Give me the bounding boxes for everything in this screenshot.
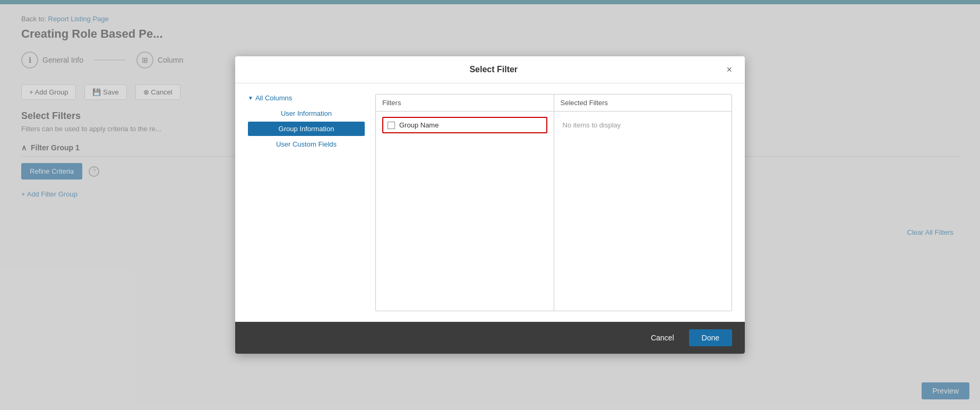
modal-done-button[interactable]: Done xyxy=(689,329,732,346)
no-items-text: No items to display xyxy=(561,117,726,133)
modal-overlay: Select Filter × ▼ All Columns User Infor… xyxy=(0,0,980,410)
select-filter-modal: Select Filter × ▼ All Columns User Infor… xyxy=(235,56,745,354)
filters-panels: Filters Group Name Selected Filters No i… xyxy=(375,94,732,311)
modal-header: Select Filter × xyxy=(235,56,745,83)
filter-label-group-name: Group Name xyxy=(399,121,439,129)
selected-filters-panel-header: Selected Filters xyxy=(554,95,732,112)
modal-cancel-button[interactable]: Cancel xyxy=(642,329,683,346)
column-list: ▼ All Columns User Information Group Inf… xyxy=(248,94,365,311)
filter-item-group-name[interactable]: Group Name xyxy=(382,117,547,133)
modal-footer: Cancel Done xyxy=(235,322,745,354)
category-group-information[interactable]: Group Information xyxy=(248,122,365,136)
group-name-checkbox[interactable] xyxy=(388,122,395,129)
filters-panel-body: Group Name xyxy=(376,112,554,139)
triangle-icon: ▼ xyxy=(248,95,253,101)
all-columns-link[interactable]: ▼ All Columns xyxy=(248,94,365,102)
category-user-custom-fields[interactable]: User Custom Fields xyxy=(248,138,365,150)
selected-filters-panel-body: No items to display xyxy=(554,112,732,139)
modal-title: Select Filter xyxy=(261,65,726,74)
filters-panel: Filters Group Name xyxy=(376,95,554,311)
modal-close-button[interactable]: × xyxy=(726,65,732,74)
modal-body: ▼ All Columns User Information Group Inf… xyxy=(235,83,745,322)
selected-filters-panel: Selected Filters No items to display xyxy=(554,95,732,311)
filters-panel-header: Filters xyxy=(376,95,554,112)
category-user-information[interactable]: User Information xyxy=(248,107,365,119)
